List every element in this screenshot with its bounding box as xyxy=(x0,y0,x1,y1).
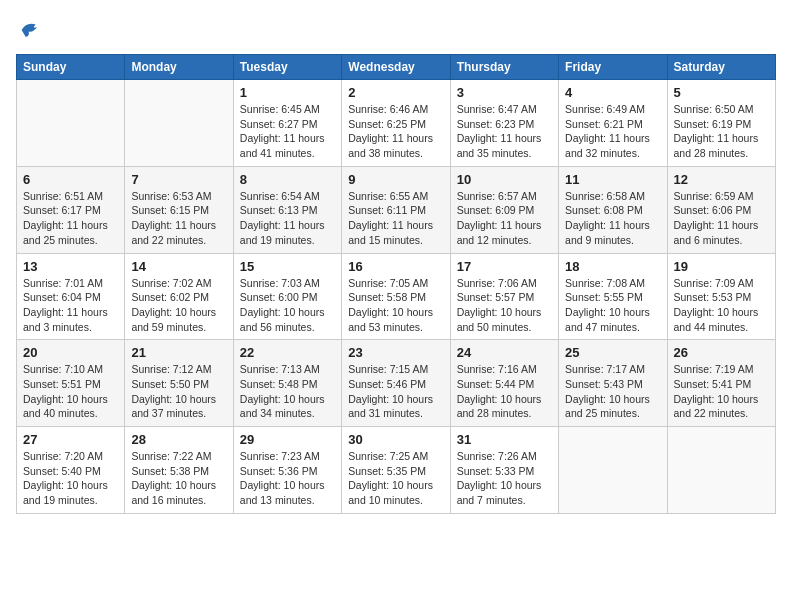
day-info: Sunrise: 7:15 AM Sunset: 5:46 PM Dayligh… xyxy=(348,362,443,421)
dow-tuesday: Tuesday xyxy=(233,55,341,80)
day-info: Sunrise: 7:16 AM Sunset: 5:44 PM Dayligh… xyxy=(457,362,552,421)
day-number: 17 xyxy=(457,259,552,274)
day-info: Sunrise: 7:26 AM Sunset: 5:33 PM Dayligh… xyxy=(457,449,552,508)
day-number: 15 xyxy=(240,259,335,274)
day-number: 1 xyxy=(240,85,335,100)
dow-monday: Monday xyxy=(125,55,233,80)
day-number: 12 xyxy=(674,172,769,187)
week-row-3: 20Sunrise: 7:10 AM Sunset: 5:51 PM Dayli… xyxy=(17,340,776,427)
day-cell: 29Sunrise: 7:23 AM Sunset: 5:36 PM Dayli… xyxy=(233,427,341,514)
day-number: 27 xyxy=(23,432,118,447)
day-cell: 2Sunrise: 6:46 AM Sunset: 6:25 PM Daylig… xyxy=(342,80,450,167)
day-info: Sunrise: 6:59 AM Sunset: 6:06 PM Dayligh… xyxy=(674,189,769,248)
day-info: Sunrise: 7:10 AM Sunset: 5:51 PM Dayligh… xyxy=(23,362,118,421)
day-number: 14 xyxy=(131,259,226,274)
day-number: 16 xyxy=(348,259,443,274)
day-cell: 3Sunrise: 6:47 AM Sunset: 6:23 PM Daylig… xyxy=(450,80,558,167)
day-number: 29 xyxy=(240,432,335,447)
day-info: Sunrise: 7:23 AM Sunset: 5:36 PM Dayligh… xyxy=(240,449,335,508)
day-info: Sunrise: 6:58 AM Sunset: 6:08 PM Dayligh… xyxy=(565,189,660,248)
day-number: 24 xyxy=(457,345,552,360)
day-info: Sunrise: 7:19 AM Sunset: 5:41 PM Dayligh… xyxy=(674,362,769,421)
week-row-1: 6Sunrise: 6:51 AM Sunset: 6:17 PM Daylig… xyxy=(17,166,776,253)
day-cell: 28Sunrise: 7:22 AM Sunset: 5:38 PM Dayli… xyxy=(125,427,233,514)
day-cell: 16Sunrise: 7:05 AM Sunset: 5:58 PM Dayli… xyxy=(342,253,450,340)
day-info: Sunrise: 6:57 AM Sunset: 6:09 PM Dayligh… xyxy=(457,189,552,248)
day-cell: 14Sunrise: 7:02 AM Sunset: 6:02 PM Dayli… xyxy=(125,253,233,340)
day-number: 21 xyxy=(131,345,226,360)
day-number: 8 xyxy=(240,172,335,187)
dow-wednesday: Wednesday xyxy=(342,55,450,80)
day-cell: 19Sunrise: 7:09 AM Sunset: 5:53 PM Dayli… xyxy=(667,253,775,340)
day-cell xyxy=(125,80,233,167)
day-number: 5 xyxy=(674,85,769,100)
day-cell: 10Sunrise: 6:57 AM Sunset: 6:09 PM Dayli… xyxy=(450,166,558,253)
day-number: 23 xyxy=(348,345,443,360)
day-info: Sunrise: 6:46 AM Sunset: 6:25 PM Dayligh… xyxy=(348,102,443,161)
day-number: 9 xyxy=(348,172,443,187)
day-number: 4 xyxy=(565,85,660,100)
day-info: Sunrise: 6:51 AM Sunset: 6:17 PM Dayligh… xyxy=(23,189,118,248)
calendar-table: SundayMondayTuesdayWednesdayThursdayFrid… xyxy=(16,54,776,514)
day-cell: 22Sunrise: 7:13 AM Sunset: 5:48 PM Dayli… xyxy=(233,340,341,427)
day-number: 30 xyxy=(348,432,443,447)
week-row-4: 27Sunrise: 7:20 AM Sunset: 5:40 PM Dayli… xyxy=(17,427,776,514)
day-number: 13 xyxy=(23,259,118,274)
day-number: 26 xyxy=(674,345,769,360)
week-row-2: 13Sunrise: 7:01 AM Sunset: 6:04 PM Dayli… xyxy=(17,253,776,340)
dow-sunday: Sunday xyxy=(17,55,125,80)
dow-thursday: Thursday xyxy=(450,55,558,80)
day-cell: 31Sunrise: 7:26 AM Sunset: 5:33 PM Dayli… xyxy=(450,427,558,514)
day-number: 6 xyxy=(23,172,118,187)
day-number: 28 xyxy=(131,432,226,447)
day-cell: 24Sunrise: 7:16 AM Sunset: 5:44 PM Dayli… xyxy=(450,340,558,427)
day-cell: 27Sunrise: 7:20 AM Sunset: 5:40 PM Dayli… xyxy=(17,427,125,514)
day-number: 18 xyxy=(565,259,660,274)
day-info: Sunrise: 7:06 AM Sunset: 5:57 PM Dayligh… xyxy=(457,276,552,335)
day-cell: 18Sunrise: 7:08 AM Sunset: 5:55 PM Dayli… xyxy=(559,253,667,340)
day-cell xyxy=(17,80,125,167)
day-cell xyxy=(559,427,667,514)
day-cell xyxy=(667,427,775,514)
day-info: Sunrise: 7:20 AM Sunset: 5:40 PM Dayligh… xyxy=(23,449,118,508)
day-number: 10 xyxy=(457,172,552,187)
day-cell: 26Sunrise: 7:19 AM Sunset: 5:41 PM Dayli… xyxy=(667,340,775,427)
day-number: 22 xyxy=(240,345,335,360)
day-number: 19 xyxy=(674,259,769,274)
day-info: Sunrise: 6:49 AM Sunset: 6:21 PM Dayligh… xyxy=(565,102,660,161)
day-cell: 25Sunrise: 7:17 AM Sunset: 5:43 PM Dayli… xyxy=(559,340,667,427)
day-cell: 11Sunrise: 6:58 AM Sunset: 6:08 PM Dayli… xyxy=(559,166,667,253)
day-cell: 20Sunrise: 7:10 AM Sunset: 5:51 PM Dayli… xyxy=(17,340,125,427)
day-cell: 15Sunrise: 7:03 AM Sunset: 6:00 PM Dayli… xyxy=(233,253,341,340)
day-info: Sunrise: 7:12 AM Sunset: 5:50 PM Dayligh… xyxy=(131,362,226,421)
day-number: 31 xyxy=(457,432,552,447)
logo-bird-icon xyxy=(16,16,44,44)
day-cell: 23Sunrise: 7:15 AM Sunset: 5:46 PM Dayli… xyxy=(342,340,450,427)
day-number: 2 xyxy=(348,85,443,100)
day-info: Sunrise: 7:05 AM Sunset: 5:58 PM Dayligh… xyxy=(348,276,443,335)
day-cell: 21Sunrise: 7:12 AM Sunset: 5:50 PM Dayli… xyxy=(125,340,233,427)
day-info: Sunrise: 7:02 AM Sunset: 6:02 PM Dayligh… xyxy=(131,276,226,335)
day-cell: 6Sunrise: 6:51 AM Sunset: 6:17 PM Daylig… xyxy=(17,166,125,253)
day-info: Sunrise: 7:22 AM Sunset: 5:38 PM Dayligh… xyxy=(131,449,226,508)
day-info: Sunrise: 6:45 AM Sunset: 6:27 PM Dayligh… xyxy=(240,102,335,161)
day-info: Sunrise: 7:09 AM Sunset: 5:53 PM Dayligh… xyxy=(674,276,769,335)
day-info: Sunrise: 6:50 AM Sunset: 6:19 PM Dayligh… xyxy=(674,102,769,161)
day-number: 11 xyxy=(565,172,660,187)
day-of-week-row: SundayMondayTuesdayWednesdayThursdayFrid… xyxy=(17,55,776,80)
day-cell: 7Sunrise: 6:53 AM Sunset: 6:15 PM Daylig… xyxy=(125,166,233,253)
day-cell: 30Sunrise: 7:25 AM Sunset: 5:35 PM Dayli… xyxy=(342,427,450,514)
day-number: 7 xyxy=(131,172,226,187)
day-number: 3 xyxy=(457,85,552,100)
day-info: Sunrise: 7:25 AM Sunset: 5:35 PM Dayligh… xyxy=(348,449,443,508)
day-info: Sunrise: 6:55 AM Sunset: 6:11 PM Dayligh… xyxy=(348,189,443,248)
day-info: Sunrise: 7:17 AM Sunset: 5:43 PM Dayligh… xyxy=(565,362,660,421)
day-info: Sunrise: 7:13 AM Sunset: 5:48 PM Dayligh… xyxy=(240,362,335,421)
page-header xyxy=(16,16,776,44)
day-cell: 12Sunrise: 6:59 AM Sunset: 6:06 PM Dayli… xyxy=(667,166,775,253)
day-cell: 17Sunrise: 7:06 AM Sunset: 5:57 PM Dayli… xyxy=(450,253,558,340)
day-cell: 13Sunrise: 7:01 AM Sunset: 6:04 PM Dayli… xyxy=(17,253,125,340)
day-number: 25 xyxy=(565,345,660,360)
day-cell: 4Sunrise: 6:49 AM Sunset: 6:21 PM Daylig… xyxy=(559,80,667,167)
day-cell: 8Sunrise: 6:54 AM Sunset: 6:13 PM Daylig… xyxy=(233,166,341,253)
